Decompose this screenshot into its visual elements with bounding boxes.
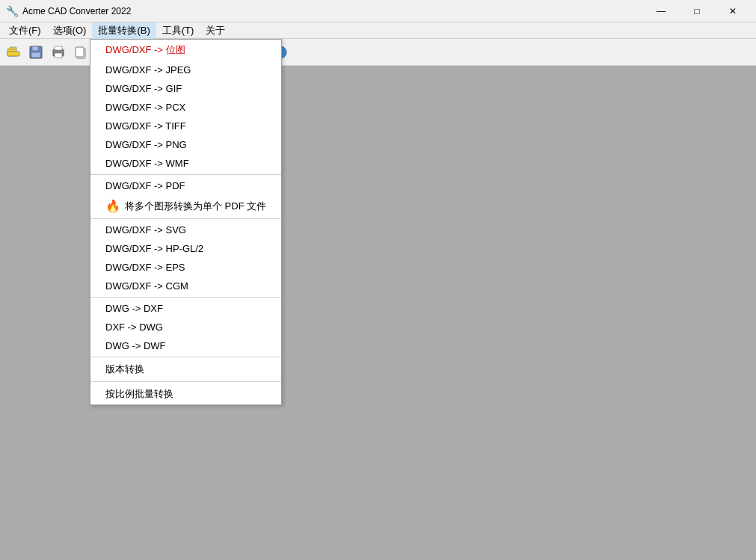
separator-2 (90, 218, 281, 219)
menu-dwg-wmf[interactable]: DWG/DXF -> WMF (90, 154, 281, 173)
svg-rect-1 (10, 47, 16, 49)
window-title: Acme CAD Converter 2022 (22, 6, 131, 16)
menu-dwg-cgm-label: DWG/DXF -> CGM (105, 280, 188, 292)
svg-rect-7 (55, 46, 62, 50)
menu-dwg-svg-label: DWG/DXF -> SVG (105, 224, 186, 236)
menu-dwg-png[interactable]: DWG/DXF -> PNG (90, 135, 281, 154)
menu-version[interactable]: 版本转换 (90, 359, 281, 380)
menu-about[interactable]: 关于 (200, 22, 231, 39)
menu-dwg-pdf-label: DWG/DXF -> PDF (105, 180, 185, 191)
menu-batch[interactable]: 批量转换(B) (92, 22, 156, 39)
title-bar-left: 🔧 Acme CAD Converter 2022 (6, 5, 131, 17)
menu-dwg-hpgl-label: DWG/DXF -> HP-GL/2 (105, 243, 203, 254)
menu-dwg-tiff-label: DWG/DXF -> TIFF (105, 120, 186, 132)
toolbar-open-btn[interactable] (3, 42, 24, 63)
menu-dwg-dxf-label: DWG -> DXF (105, 303, 163, 314)
menu-dwg-pcx-label: DWG/DXF -> PCX (105, 102, 185, 113)
menu-dwg-dxf[interactable]: DWG -> DXF (90, 299, 281, 318)
menu-dwg-gif[interactable]: DWG/DXF -> GIF (90, 79, 281, 98)
app-icon: 🔧 (6, 5, 18, 17)
toolbar-print-btn[interactable] (48, 42, 69, 63)
toolbar-copy-btn[interactable] (70, 42, 91, 63)
toolbar-save-btn[interactable] (25, 42, 46, 63)
menu-dxf-dwg[interactable]: DXF -> DWG (90, 318, 281, 336)
svg-rect-8 (55, 53, 62, 58)
menu-dwg-wmf-label: DWG/DXF -> WMF (105, 158, 189, 169)
menu-dwg-dwf-label: DWG -> DWF (105, 340, 166, 351)
menu-dwg-bitmap[interactable]: DWG/DXF -> 位图 (90, 40, 281, 61)
menu-bar: 文件(F) 选项(O) 批量转换(B) 工具(T) 关于 (0, 22, 756, 39)
menu-dwg-pcx[interactable]: DWG/DXF -> PCX (90, 98, 281, 117)
dropdown-menu: DWG/DXF -> 位图 DWG/DXF -> JPEG DWG/DXF ->… (90, 39, 282, 405)
menu-scale[interactable]: 按比例批量转换 (90, 384, 281, 404)
menu-dwg-eps[interactable]: DWG/DXF -> EPS (90, 258, 281, 277)
title-bar: 🔧 Acme CAD Converter 2022 — □ ✕ (0, 0, 756, 22)
menu-dwg-hpgl[interactable]: DWG/DXF -> HP-GL/2 (90, 239, 281, 258)
menu-dwg-gif-label: DWG/DXF -> GIF (105, 83, 182, 94)
menu-multi-pdf[interactable]: 🔥 将多个图形转换为单个 PDF 文件 (90, 195, 281, 217)
minimize-button[interactable]: — (644, 0, 678, 22)
menu-dwg-tiff[interactable]: DWG/DXF -> TIFF (90, 117, 281, 135)
svg-rect-2 (7, 52, 19, 56)
menu-dwg-bitmap-label: DWG/DXF -> 位图 (105, 43, 185, 57)
svg-rect-4 (32, 46, 38, 51)
separator-3 (90, 297, 281, 298)
menu-tools[interactable]: 工具(T) (156, 22, 200, 39)
menu-dwg-svg[interactable]: DWG/DXF -> SVG (90, 221, 281, 239)
menu-options[interactable]: 选项(O) (47, 22, 93, 39)
menu-dwg-dwf[interactable]: DWG -> DWF (90, 336, 281, 355)
separator-1 (90, 174, 281, 175)
menu-dwg-pdf[interactable]: DWG/DXF -> PDF (90, 176, 281, 195)
separator-4 (90, 357, 281, 357)
maximize-button[interactable]: □ (680, 0, 714, 22)
menu-dwg-eps-label: DWG/DXF -> EPS (105, 262, 185, 273)
menu-dwg-png-label: DWG/DXF -> PNG (105, 139, 187, 150)
close-button[interactable]: ✕ (716, 0, 750, 22)
svg-rect-5 (31, 52, 40, 58)
svg-rect-10 (76, 47, 84, 57)
menu-multi-pdf-label: 将多个图形转换为单个 PDF 文件 (125, 200, 266, 213)
separator-5 (90, 381, 281, 382)
menu-file[interactable]: 文件(F) (3, 22, 47, 39)
menu-dwg-jpeg[interactable]: DWG/DXF -> JPEG (90, 61, 281, 79)
menu-scale-label: 按比例批量转换 (105, 387, 173, 401)
menu-dwg-cgm[interactable]: DWG/DXF -> CGM (90, 277, 281, 295)
window-controls: — □ ✕ (644, 0, 750, 22)
menu-dxf-dwg-label: DXF -> DWG (105, 321, 163, 333)
menu-version-label: 版本转换 (105, 363, 144, 376)
multi-pdf-icon: 🔥 (105, 199, 120, 213)
menu-dwg-jpeg-label: DWG/DXF -> JPEG (105, 64, 191, 76)
